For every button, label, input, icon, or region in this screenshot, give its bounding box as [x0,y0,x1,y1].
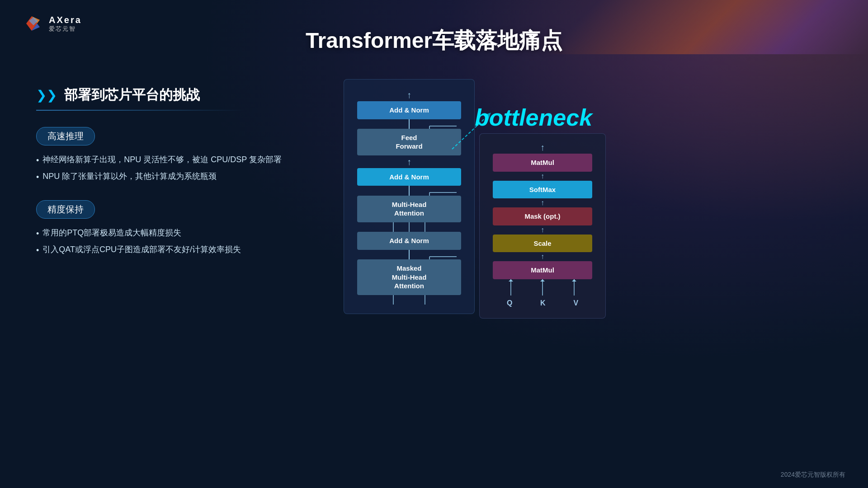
q-label: Q [507,299,512,307]
right-diagram: ↑ MatMul ↑ SoftMax ↑ Mask (opt.) ↑ Scale… [479,133,606,319]
block-softmax: SoftMax [493,181,592,199]
block-matmul-top: MatMul [493,154,592,172]
v-label: V [573,299,578,307]
block-matmul-bottom: MatMul [493,261,592,279]
section-header: ❯❯ 部署到芯片平台的挑战 [36,86,316,104]
tag-high-speed: 高速推理 [36,127,95,145]
arrow-top: ↑ [407,90,411,99]
left-section: ❯❯ 部署到芯片平台的挑战 高速推理 • 神经网络新算子出现，NPU 灵活性不够… [36,86,316,273]
bullet-item-2-1: • 常用的PTQ部署极易造成大幅精度损失 [36,226,316,241]
bottleneck-label: bottleneck [475,104,592,131]
bullet-list-1: • 神经网络新算子出现，NPU 灵活性不够，被迫 CPU/DSP 复杂部署 • … [36,153,316,184]
svg-marker-31 [540,279,545,282]
svg-marker-33 [572,279,576,282]
section-arrow-icon: ❯❯ [36,88,57,103]
qkv-arrows [493,279,592,296]
middle-diagram: ↑ Add & Norm FeedForward ↑ Add & Norm Mu… [344,79,475,314]
skip-arrow-1 [357,119,461,129]
right-arrow-4: ↑ [541,253,544,260]
block-mask: Mask (opt.) [493,207,592,225]
tag-precision: 精度保持 [36,200,95,219]
block-add-norm-3: Add & Norm [357,232,461,250]
bullet-dot: • [36,170,39,184]
right-arrow-1: ↑ [541,173,544,180]
arrows-3 [357,222,461,232]
logo-icon [23,13,44,34]
arrows-bot [357,295,461,305]
block-add-norm-1: Add & Norm [357,101,461,119]
footer: 2024爱芯元智版权所有 [781,471,845,479]
right-arrow-top: ↑ [540,143,545,152]
logo-cn: 爱芯元智 [49,25,82,33]
bullet-dot: • [36,154,39,168]
block-multi-head-attention: Multi-HeadAttention [357,196,461,222]
qkv-labels: Q K V [493,299,592,307]
block-masked-attention: MaskedMulti-HeadAttention [357,259,461,295]
right-arrow-3: ↑ [541,226,544,234]
bullet-item-1-2: • NPU 除了张量计算以外，其他计算成为系统瓶颈 [36,169,316,184]
block-add-norm-2: Add & Norm [357,168,461,186]
bullet-item-1-1: • 神经网络新算子出现，NPU 灵活性不够，被迫 CPU/DSP 复杂部署 [36,153,316,168]
right-arrow-2: ↑ [541,199,544,206]
logo-text: AXera 爱芯元智 [49,14,82,33]
skip-arrow-2 [357,186,461,195]
section-title: 部署到芯片平台的挑战 [64,86,200,104]
bullet-item-2-2: • 引入QAT或浮点CPU子图造成部署不友好/计算效率损失 [36,243,316,258]
k-label: K [540,299,546,307]
divider-line [36,110,244,111]
bullet-dot: • [36,244,39,258]
logo-en: AXera [49,14,82,25]
svg-marker-29 [509,279,513,282]
bullet-list-2: • 常用的PTQ部署极易造成大幅精度损失 • 引入QAT或浮点CPU子图造成部署… [36,226,316,257]
arrow-2: ↑ [407,157,411,166]
block-feed-forward: FeedForward [357,129,461,155]
bullet-dot: • [36,227,39,241]
skip-arrow-4 [357,250,461,259]
logo: AXera 爱芯元智 [23,13,82,34]
main-title: Transformer车载落地痛点 [306,26,562,55]
block-scale: Scale [493,235,592,253]
